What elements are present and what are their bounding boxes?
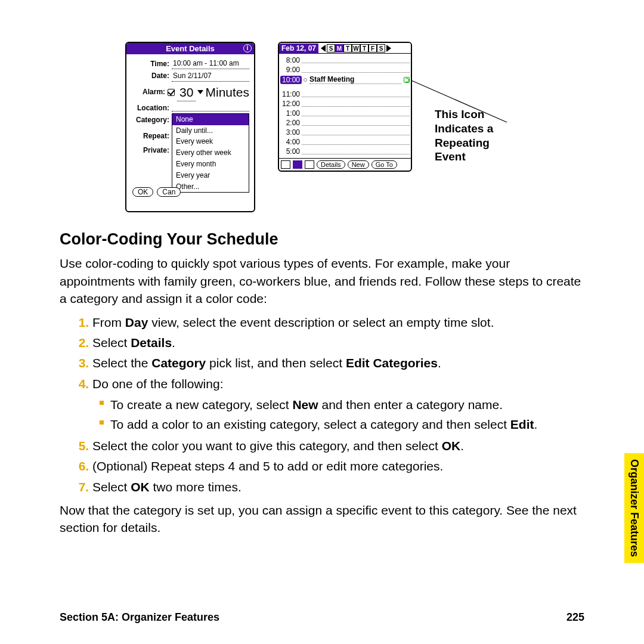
date-label: Date:	[131, 71, 172, 81]
repeat-dropdown[interactable]: None Daily until... Every week Every oth…	[172, 113, 249, 193]
day-s2[interactable]: S	[377, 44, 385, 52]
step-4: Do one of the following: To create a new…	[92, 375, 584, 434]
step-5: Select the color you want to give this c…	[92, 437, 584, 454]
alarm-field[interactable]: 30 Minutes	[168, 83, 249, 101]
time-slot[interactable]: 11:00	[280, 90, 302, 98]
time-slot[interactable]: 1:00	[280, 109, 302, 117]
step-3: Select the Category pick list, and then …	[92, 354, 584, 371]
prev-week-icon[interactable]	[321, 45, 326, 52]
day-m[interactable]: M	[335, 44, 343, 52]
callout-text: This Icon Indicates a Repeating Event	[435, 107, 512, 164]
dropdown-icon[interactable]	[197, 90, 203, 94]
step-4-sub-2: To add a color to an existing category, …	[110, 416, 584, 433]
cancel-button[interactable]: Can	[157, 187, 181, 197]
event-title[interactable]: Staff Meeting	[309, 75, 401, 84]
calendar-day-view: Feb 12, 07 S M T W T F S 8:00 9:00 10:00…	[278, 42, 412, 172]
details-button[interactable]: Details	[317, 160, 345, 169]
repeat-icon	[404, 77, 410, 83]
footer-section: Section 5A: Organizer Features	[60, 611, 219, 624]
day-f[interactable]: F	[369, 44, 377, 52]
location-field[interactable]	[172, 104, 249, 112]
dialog-title: Event Details	[166, 44, 215, 53]
event-details-dialog: Event Details i Time: 10:00 am - 11:00 a…	[125, 42, 255, 212]
day-t[interactable]: T	[343, 44, 352, 52]
private-label: Private:	[131, 145, 172, 156]
step-4-sub-1: To create a new category, select New and…	[110, 396, 584, 413]
time-slot[interactable]: 9:00	[280, 66, 302, 74]
goto-button[interactable]: Go To	[371, 160, 397, 169]
dropdown-option[interactable]: Every year	[172, 170, 249, 181]
dropdown-option[interactable]: Every week	[172, 136, 249, 147]
category-dot-icon	[304, 78, 307, 82]
dialog-titlebar: Event Details i	[126, 43, 254, 54]
ok-button[interactable]: OK	[132, 187, 153, 197]
section-heading: Color-Coding Your Schedule	[60, 230, 584, 249]
time-field[interactable]: 10:00 am - 11:00 am	[172, 58, 249, 69]
calendar-date[interactable]: Feb 12, 07	[279, 44, 318, 53]
time-slot[interactable]: 12:00	[280, 100, 302, 108]
outro-paragraph: Now that the category is set up, you can…	[60, 501, 584, 537]
day-t2[interactable]: T	[360, 44, 369, 52]
time-slot[interactable]: 8:00	[280, 56, 302, 64]
time-slot[interactable]: 5:00	[280, 147, 302, 156]
view-icon-1[interactable]	[281, 160, 290, 169]
alarm-label: Alarm:	[131, 87, 168, 97]
time-slot[interactable]: 4:00	[280, 138, 302, 146]
new-button[interactable]: New	[348, 160, 369, 169]
intro-paragraph: Use color-coding to quickly spot various…	[60, 255, 584, 307]
location-label: Location:	[131, 103, 172, 113]
day-s[interactable]: S	[327, 44, 335, 52]
day-w[interactable]: W	[352, 44, 360, 52]
alarm-unit: Minutes	[205, 83, 249, 101]
side-tab: Organizer Features	[624, 453, 644, 563]
step-1: From Day view, select the event descript…	[92, 314, 584, 331]
event-time[interactable]: 10:00	[280, 76, 302, 84]
dropdown-option[interactable]: Daily until...	[172, 125, 249, 137]
category-label: Category:	[131, 115, 172, 125]
dropdown-option[interactable]: Every month	[172, 159, 249, 170]
footer-page: 225	[566, 611, 584, 624]
time-slot[interactable]: 3:00	[280, 128, 302, 137]
info-icon[interactable]: i	[243, 44, 252, 52]
next-week-icon[interactable]	[386, 45, 391, 52]
date-field[interactable]: Sun 2/11/07	[172, 71, 249, 82]
repeat-label: Repeat:	[131, 131, 172, 141]
alarm-value[interactable]: 30	[177, 83, 196, 101]
view-icon-2[interactable]	[293, 160, 302, 169]
time-slot[interactable]: 2:00	[280, 119, 302, 127]
step-2: Select Details.	[92, 334, 584, 351]
view-icon-3[interactable]	[305, 160, 314, 169]
dropdown-option[interactable]: Every other week	[172, 147, 249, 159]
dropdown-option[interactable]: None	[172, 114, 249, 125]
time-label: Time:	[131, 59, 172, 69]
steps-list: From Day view, select the event descript…	[60, 314, 584, 496]
step-7: Select OK two more times.	[92, 478, 584, 496]
step-6: (Optional) Repeat steps 4 and 5 to add o…	[92, 457, 584, 475]
alarm-checkbox-icon[interactable]	[168, 89, 175, 96]
